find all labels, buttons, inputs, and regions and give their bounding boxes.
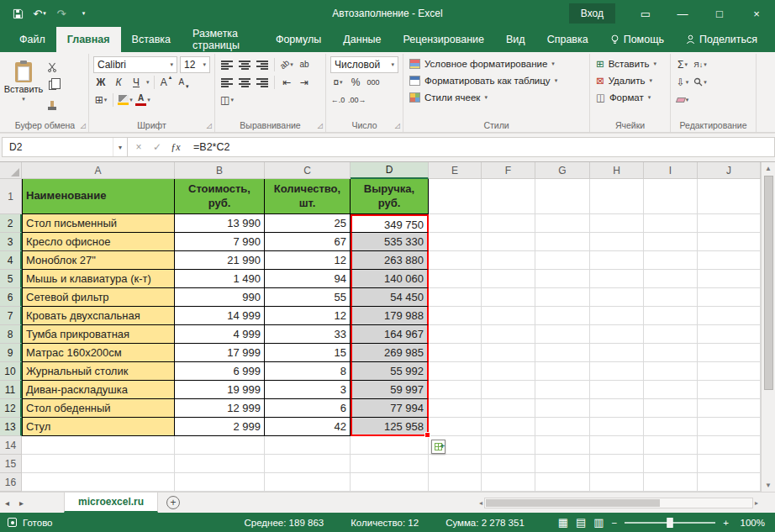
row-header-8[interactable]: 8 — [0, 325, 22, 344]
cell-H7[interactable] — [590, 307, 644, 325]
column-header-H[interactable]: H — [590, 162, 644, 179]
row-header-7[interactable]: 7 — [0, 307, 22, 325]
cell-A1[interactable]: Наименование — [22, 179, 175, 214]
insert-function-button[interactable]: ƒx — [166, 141, 185, 154]
wrap-text-button[interactable]: ab — [297, 56, 312, 72]
horizontal-scrollbar[interactable]: ◂ ▸ — [479, 498, 758, 508]
ribbon-tab-1[interactable]: Главная — [56, 27, 121, 52]
cell-B8[interactable]: 4 999 — [175, 325, 265, 344]
delete-cells-button[interactable]: ⊠ Удалить ▾ — [593, 72, 667, 89]
horizontal-scrollbar-track[interactable] — [484, 498, 753, 508]
tab-share[interactable]: Поделиться — [675, 27, 768, 52]
cell-H5[interactable] — [590, 270, 644, 288]
shrink-font-button[interactable]: А▾ — [177, 74, 192, 90]
cell-H10[interactable] — [590, 362, 644, 381]
cell-G14[interactable] — [535, 436, 590, 455]
select-all-button[interactable] — [0, 162, 22, 179]
autofill-options-button[interactable]: + — [431, 440, 445, 454]
cell-B14[interactable] — [175, 436, 265, 455]
add-sheet-button[interactable]: + — [166, 496, 180, 509]
cell-B11[interactable]: 19 999 — [175, 381, 265, 399]
sort-filter-button[interactable]: Я↓▾ — [693, 56, 708, 72]
cell-F14[interactable] — [482, 436, 535, 455]
scroll-up-icon[interactable]: ▲ — [765, 165, 772, 172]
cell-D12[interactable]: 77 994 — [351, 399, 429, 418]
cell-J4[interactable] — [698, 251, 761, 270]
number-format-select[interactable]: Числовой▾ — [330, 56, 398, 73]
cell-D6[interactable]: 54 450 — [351, 288, 429, 307]
cell-J8[interactable] — [698, 325, 761, 344]
cell-B15[interactable] — [175, 455, 265, 473]
cell-F6[interactable] — [482, 288, 535, 307]
cell-F5[interactable] — [482, 270, 535, 288]
cell-I15[interactable] — [644, 455, 698, 473]
ribbon-tab-4[interactable]: Формулы — [265, 27, 332, 52]
cell-J3[interactable] — [698, 233, 761, 251]
cell-J13[interactable] — [698, 418, 761, 436]
cell-F10[interactable] — [482, 362, 535, 381]
fill-button[interactable]: ⇩▾ — [675, 74, 690, 90]
column-header-F[interactable]: F — [482, 162, 535, 179]
cell-D3[interactable]: 535 330 — [351, 233, 429, 251]
cell-E10[interactable] — [429, 362, 482, 381]
clipboard-dialog-launcher[interactable]: ◿ — [81, 123, 86, 129]
align-bottom-button[interactable] — [255, 56, 270, 72]
cell-C9[interactable]: 15 — [265, 344, 351, 362]
cell-D8[interactable]: 164 967 — [351, 325, 429, 344]
cell-C13[interactable]: 42 — [265, 418, 351, 436]
row-header-10[interactable]: 10 — [0, 362, 22, 381]
align-right-button[interactable] — [255, 74, 270, 90]
cell-E15[interactable] — [429, 455, 482, 473]
row-header-4[interactable]: 4 — [0, 251, 22, 270]
cell-D5[interactable]: 140 060 — [351, 270, 429, 288]
cell-A11[interactable]: Диван-раскладушка — [22, 381, 175, 399]
row-header-9[interactable]: 9 — [0, 344, 22, 362]
cell-E12[interactable] — [429, 399, 482, 418]
cancel-entry-button[interactable]: × — [129, 141, 148, 153]
enter-entry-button[interactable]: ✓ — [148, 141, 166, 153]
cell-E6[interactable] — [429, 288, 482, 307]
cell-C16[interactable] — [265, 473, 351, 492]
cell-E16[interactable] — [429, 473, 482, 492]
cell-J15[interactable] — [698, 455, 761, 473]
cell-E5[interactable] — [429, 270, 482, 288]
ribbon-display-options-button[interactable]: ▭ — [627, 0, 664, 27]
cell-I14[interactable] — [644, 436, 698, 455]
cell-C12[interactable]: 6 — [265, 399, 351, 418]
grow-font-button[interactable]: А▴ — [159, 74, 174, 90]
cell-I7[interactable] — [644, 307, 698, 325]
row-header-1[interactable]: 1 — [0, 179, 22, 214]
cell-D4[interactable]: 263 880 — [351, 251, 429, 270]
cell-E11[interactable] — [429, 381, 482, 399]
cell-D2[interactable]: 349 750 — [351, 214, 429, 233]
cell-H15[interactable] — [590, 455, 644, 473]
maximize-button[interactable]: □ — [701, 0, 738, 27]
cell-E3[interactable] — [429, 233, 482, 251]
close-button[interactable]: × — [738, 0, 775, 27]
cell-I4[interactable] — [644, 251, 698, 270]
row-header-14[interactable]: 14 — [0, 436, 22, 455]
cell-H6[interactable] — [590, 288, 644, 307]
cell-B4[interactable]: 21 990 — [175, 251, 265, 270]
cell-B12[interactable]: 12 999 — [175, 399, 265, 418]
cell-E7[interactable] — [429, 307, 482, 325]
cell-C3[interactable]: 67 — [265, 233, 351, 251]
align-left-button[interactable] — [219, 74, 235, 90]
ribbon-tab-2[interactable]: Вставка — [121, 27, 182, 52]
cell-A3[interactable]: Кресло офисное — [22, 233, 175, 251]
cell-I10[interactable] — [644, 362, 698, 381]
alignment-dialog-launcher[interactable]: ◿ — [318, 123, 323, 129]
page-layout-view-button[interactable]: ▤ — [576, 516, 586, 529]
cell-C6[interactable]: 55 — [265, 288, 351, 307]
cell-G1[interactable] — [535, 179, 590, 214]
find-select-button[interactable]: ▾ — [693, 74, 708, 90]
cell-F3[interactable] — [482, 233, 535, 251]
ribbon-tab-6[interactable]: Рецензирование — [392, 27, 495, 52]
format-painter-button[interactable] — [45, 96, 60, 112]
cell-I3[interactable] — [644, 233, 698, 251]
cell-I2[interactable] — [644, 214, 698, 233]
zoom-level[interactable]: 100% — [736, 518, 765, 528]
cell-H14[interactable] — [590, 436, 644, 455]
font-dialog-launcher[interactable]: ◿ — [207, 123, 212, 129]
autosum-button[interactable]: Σ▾ — [675, 56, 690, 72]
